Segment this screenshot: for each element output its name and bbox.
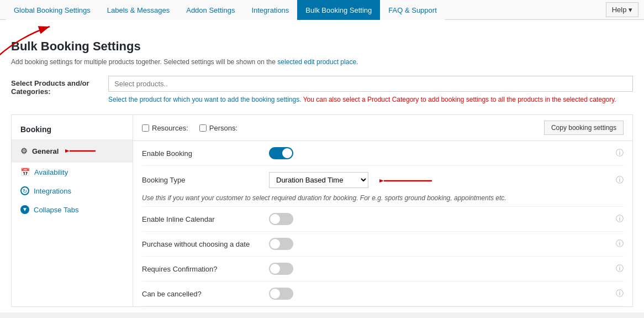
purchase-without-date-info[interactable]: ⓘ <box>616 239 624 249</box>
booking-sidebar: Booking ⚙ General 📅 Availability <box>12 115 133 306</box>
toggle-slider-3 <box>269 238 293 250</box>
tab-integrations[interactable]: Integrations <box>243 0 297 20</box>
arrow-booking-type <box>379 171 435 191</box>
persons-checkbox[interactable] <box>199 124 207 132</box>
sidebar-item-integrations[interactable]: ↻ Integrations <box>12 181 133 200</box>
collapse-icon: ▼ <box>20 205 29 214</box>
requires-confirmation-control <box>269 263 610 275</box>
booking-type-description: Use this if you want your customer to se… <box>142 194 624 207</box>
help-button[interactable]: Help ▾ <box>606 2 638 17</box>
persons-label: Persons: <box>209 124 237 132</box>
sidebar-item-general[interactable]: ⚙ General <box>12 139 133 163</box>
select-products-right: Select the product for which you want to… <box>108 76 633 105</box>
sidebar-item-availability-label: Availability <box>34 168 68 176</box>
inline-calendar-info[interactable]: ⓘ <box>616 214 624 224</box>
sidebar-item-general-label: General <box>32 147 59 155</box>
setting-row-requires-confirmation: Requires Confirmation? ⓘ <box>142 257 624 281</box>
tab-labels-messages[interactable]: Labels & Messages <box>99 0 178 20</box>
resources-checkbox[interactable] <box>142 124 149 132</box>
inline-calendar-control <box>269 213 610 225</box>
sidebar-item-integrations-label: Integrations <box>34 187 71 195</box>
settings-section: Enable Booking ⓘ Booking Type <box>133 141 632 306</box>
enable-booking-toggle[interactable] <box>269 147 293 159</box>
select-products-input[interactable] <box>108 76 633 92</box>
tab-faq-support[interactable]: FAQ & Support <box>380 0 445 20</box>
requires-confirmation-toggle[interactable] <box>269 263 293 275</box>
tab-global-booking-settings[interactable]: Global Booking Settings <box>6 0 99 20</box>
requires-confirmation-label: Requires Confirmation? <box>142 265 263 273</box>
can-be-cancelled-info[interactable]: ⓘ <box>616 289 624 299</box>
sidebar-item-availability[interactable]: 📅 Availability <box>12 163 133 181</box>
can-be-cancelled-label: Can be cancelled? <box>142 290 263 298</box>
enable-booking-info[interactable]: ⓘ <box>616 148 624 158</box>
requires-confirmation-info[interactable]: ⓘ <box>616 264 624 274</box>
inline-calendar-toggle[interactable] <box>269 213 293 225</box>
booking-type-control: Duration Based Time Fixed Time Date Base… <box>269 172 610 188</box>
toggle-slider <box>269 147 293 159</box>
purchase-without-date-toggle[interactable] <box>269 238 293 250</box>
toggle-slider-2 <box>269 213 293 225</box>
setting-row-can-be-cancelled: Can be cancelled? ⓘ <box>142 281 624 306</box>
purchase-without-date-label: Purchase without choosing a date <box>142 240 263 248</box>
toggle-slider-5 <box>269 288 293 300</box>
page-description: Add booking settings for multiple produc… <box>11 58 633 66</box>
setting-row-enable-booking: Enable Booking ⓘ <box>142 141 624 166</box>
can-be-cancelled-control <box>269 288 610 300</box>
enable-booking-label: Enable Booking <box>142 149 263 158</box>
inline-calendar-label: Enable Inline Calendar <box>142 215 263 223</box>
gear-icon: ⚙ <box>20 147 28 155</box>
booking-main-header: Resources: Persons: Copy booking setting… <box>133 115 632 141</box>
persons-checkbox-label[interactable]: Persons: <box>199 124 237 132</box>
main-content: Bulk Booking Settings Add booking settin… <box>0 20 644 312</box>
page-title: Bulk Booking Settings <box>11 39 633 54</box>
description-link[interactable]: selected edit product place. <box>277 58 358 66</box>
select-products-label: Select Products and/orCategories: <box>11 76 99 96</box>
sidebar-title: Booking <box>12 121 133 139</box>
resources-label: Resources: <box>152 124 188 132</box>
can-be-cancelled-toggle[interactable] <box>269 288 293 300</box>
booking-type-row: Booking Type Duration Based Time Fixed T… <box>142 166 624 194</box>
setting-row-inline-calendar: Enable Inline Calendar ⓘ <box>142 207 624 232</box>
resources-checkbox-label[interactable]: Resources: <box>142 124 188 132</box>
select-products-hint: Select the product for which you want to… <box>108 95 633 105</box>
booking-main: Resources: Persons: Copy booking setting… <box>133 115 632 306</box>
booking-type-select[interactable]: Duration Based Time Fixed Time Date Base… <box>269 172 368 188</box>
copy-booking-settings-button[interactable]: Copy booking settings <box>544 121 624 135</box>
tab-addon-settings[interactable]: Addon Settings <box>178 0 243 20</box>
calendar-icon: 📅 <box>20 168 30 176</box>
sidebar-item-collapse-tabs[interactable]: ▼ Collapse Tabs <box>12 200 133 219</box>
setting-row-purchase-without-date: Purchase without choosing a date ⓘ <box>142 232 624 257</box>
top-navigation: Global Booking Settings Labels & Message… <box>0 0 644 20</box>
refresh-icon: ↻ <box>20 186 29 195</box>
tab-bulk-booking-setting[interactable]: Bulk Booking Setting <box>297 0 380 20</box>
sidebar-item-collapse-label: Collapse Tabs <box>34 206 78 214</box>
arrow-general <box>65 144 98 158</box>
booking-panel: Booking ⚙ General 📅 Availability <box>11 114 633 307</box>
setting-row-booking-type: Booking Type Duration Based Time Fixed T… <box>142 166 624 207</box>
enable-booking-control <box>269 147 610 159</box>
toggle-slider-4 <box>269 263 293 275</box>
select-products-row: Select Products and/orCategories: Select… <box>11 76 633 105</box>
booking-type-label: Booking Type <box>142 176 263 184</box>
booking-type-info[interactable]: ⓘ <box>616 175 624 185</box>
purchase-without-date-control <box>269 238 610 250</box>
